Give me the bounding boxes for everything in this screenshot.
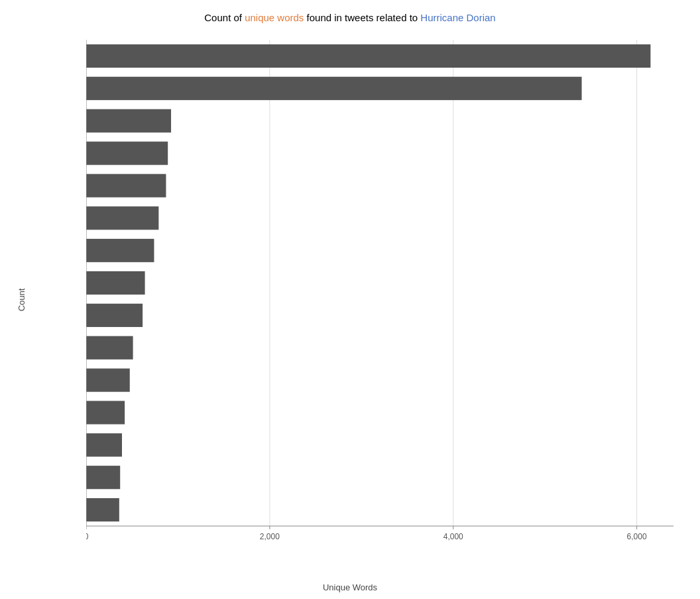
svg-rect-25	[86, 239, 154, 262]
svg-text:2,000: 2,000	[260, 532, 280, 541]
svg-rect-33	[86, 369, 130, 392]
svg-rect-19	[86, 141, 168, 165]
svg-rect-23	[86, 206, 158, 230]
chart-area: 02,0004,0006,000hurricanedorianalabamash…	[86, 36, 680, 553]
x-axis-label: Unique Words	[323, 582, 377, 592]
title-highlight-hurricane-dorian: Hurricane Dorian	[420, 12, 495, 23]
svg-rect-13	[86, 44, 650, 68]
svg-rect-35	[86, 401, 125, 424]
svg-rect-39	[86, 466, 120, 489]
svg-rect-17	[86, 109, 171, 133]
svg-text:4,000: 4,000	[443, 532, 463, 541]
bar-chart-svg: 02,0004,0006,000hurricanedorianalabamash…	[86, 36, 680, 553]
title-highlight-unique-words: unique words	[245, 12, 304, 23]
y-axis-label: Count	[17, 288, 27, 311]
svg-rect-15	[86, 77, 582, 100]
svg-text:0: 0	[86, 532, 89, 541]
svg-rect-21	[86, 174, 166, 197]
chart-container: Count of unique words found in tweets re…	[0, 0, 700, 599]
chart-title: Count of unique words found in tweets re…	[0, 0, 700, 30]
svg-rect-29	[86, 304, 143, 327]
svg-rect-37	[86, 433, 122, 456]
svg-text:6,000: 6,000	[627, 532, 647, 541]
svg-rect-41	[86, 498, 119, 521]
svg-rect-27	[86, 271, 145, 295]
svg-rect-31	[86, 336, 133, 360]
